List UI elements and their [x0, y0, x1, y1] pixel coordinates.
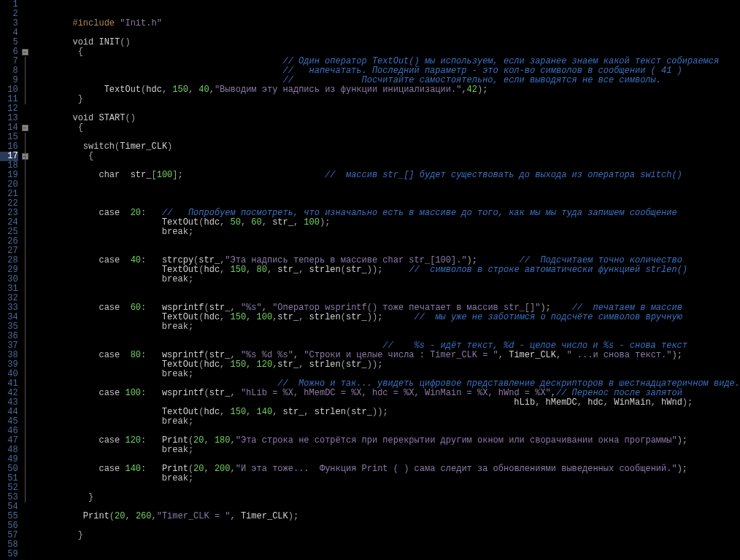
code-line[interactable]: break;	[31, 417, 740, 427]
code-line[interactable]	[31, 190, 740, 199]
code-area[interactable]: #include "Init.h" void INIT() { // Один …	[31, 0, 740, 560]
fold-column[interactable]: −−−	[21, 0, 31, 560]
code-line[interactable]: }	[31, 493, 740, 502]
code-line[interactable]: break;	[31, 446, 740, 455]
line-number[interactable]: 59	[0, 550, 18, 559]
code-line[interactable]: }	[31, 531, 740, 540]
code-line[interactable]	[31, 0, 740, 9]
code-line[interactable]: {	[31, 152, 740, 161]
code-line[interactable]: break;	[31, 322, 740, 332]
code-line[interactable]: switch(Timer_CLK)	[31, 142, 740, 152]
code-line[interactable]	[31, 483, 740, 493]
code-line[interactable]: void START()	[31, 114, 740, 123]
code-line[interactable]	[31, 550, 740, 559]
code-line[interactable]	[31, 540, 740, 550]
code-line[interactable]	[31, 104, 740, 114]
fold-guide-line	[25, 161, 26, 502]
code-line[interactable]	[31, 237, 740, 246]
line-number-gutter[interactable]: 1234567891011121314151617181920212223242…	[0, 0, 21, 560]
code-line[interactable]	[31, 284, 740, 294]
fold-toggle[interactable]: −	[22, 49, 28, 55]
fold-guide-line	[25, 57, 26, 104]
code-line[interactable]: }	[31, 95, 740, 104]
code-line[interactable]: Print(20, 260,"Timer_CLK = ", Timer_CLK)…	[31, 512, 740, 521]
fold-toggle[interactable]: −	[22, 125, 28, 131]
code-line[interactable]: TextOut(hdc, 150, 40,"Выводим эту надпис…	[31, 85, 740, 95]
code-line[interactable]: break;	[31, 228, 740, 237]
code-editor[interactable]: 1234567891011121314151617181920212223242…	[0, 0, 740, 560]
code-line[interactable]	[31, 28, 740, 38]
code-line[interactable]: char str_[100]; // массив str_[] будет с…	[31, 171, 740, 180]
code-line[interactable]: break;	[31, 474, 740, 483]
code-line[interactable]: break;	[31, 275, 740, 284]
code-line[interactable]	[31, 521, 740, 531]
code-line[interactable]: void INIT()	[31, 38, 740, 47]
code-line[interactable]	[31, 180, 740, 190]
code-line[interactable]: {	[31, 123, 740, 133]
code-line[interactable]: #include "Init.h"	[31, 19, 740, 28]
